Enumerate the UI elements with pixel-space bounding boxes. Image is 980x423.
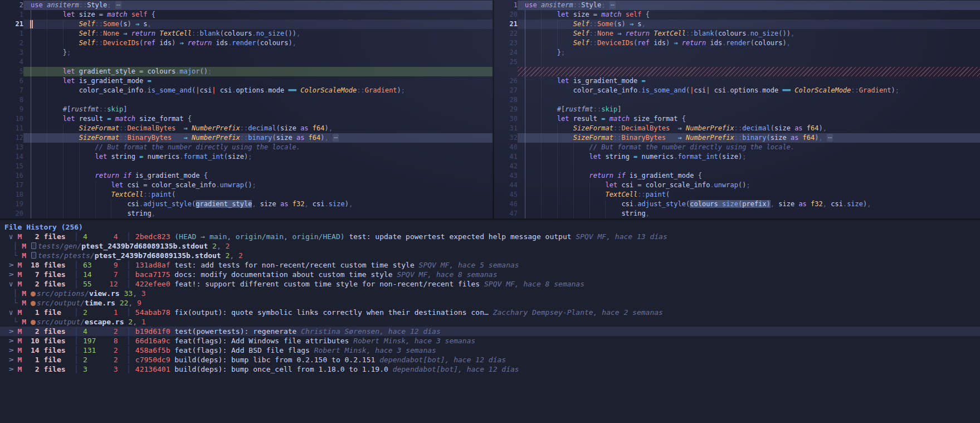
- text-segment: [642, 11, 646, 18]
- commit-row[interactable]: ∨ M 10 files │ 197 8 │ 66d16a9c feat(fla…: [0, 336, 980, 346]
- commit-row[interactable]: ∨ M 14 files │ 131 2 │ 458a6f5b feat(fla…: [0, 346, 980, 355]
- code-line[interactable]: 46 csi.adjust_style(colours.size(prefix)…: [494, 200, 980, 209]
- text-segment: rustfmt: [565, 105, 593, 113]
- code-line[interactable]: 31 SizeFormat::DecimalBytes ⇒ NumberPref…: [494, 124, 980, 133]
- code-line[interactable]: 26 let is_gradient_mode =: [494, 76, 980, 86]
- file-row[interactable]: └ M src/output/time.rs 22, 9: [0, 298, 980, 308]
- code-line[interactable]: 29 #[rustfmt::skip]: [494, 105, 980, 114]
- text-segment: [22, 232, 31, 241]
- code-line[interactable]: 1use ansiterm::Style; ⋯: [494, 1, 980, 10]
- commit-row[interactable]: ∨ M 2 files │ 4 4 │ 2bedc823 (HEAD → mai…: [0, 232, 980, 241]
- collapse-icon[interactable]: ∨: [9, 280, 13, 288]
- text-segment: [823, 134, 827, 142]
- code-line[interactable]: 40 // But format the number directly usi…: [494, 143, 980, 152]
- code-line[interactable]: 22 Self::None ⇒ return TextCell::blank(c…: [494, 29, 980, 38]
- code-line[interactable]: 20 string,: [0, 209, 493, 218]
- line-number: 17: [0, 181, 23, 190]
- expand-icon[interactable]: ∨: [6, 263, 16, 268]
- commit-row[interactable]: ∨ M 1 file │ 2 1 │ 54abab78 fix(output):…: [0, 308, 980, 317]
- code-line[interactable]: 45 TextCell::paint(: [494, 190, 980, 200]
- text-segment: None: [597, 30, 613, 37]
- code-line[interactable]: 24 };: [494, 48, 980, 57]
- collapse-icon[interactable]: ∨: [9, 232, 13, 241]
- commit-row[interactable]: ∨ M 7 files │ 14 7 │ baca7175 docs: modi…: [0, 270, 980, 279]
- line-number: 19: [0, 200, 23, 209]
- text-segment: │: [74, 270, 79, 279]
- text-segment: ⇒: [184, 124, 188, 132]
- code-line[interactable]: 21 Self::Some(s) ⇒ s,: [0, 20, 493, 29]
- code-line[interactable]: 17 let csi = color_scale_info.unwrap();: [0, 181, 493, 190]
- collapse-icon[interactable]: ∨: [9, 308, 13, 317]
- expand-icon[interactable]: ∨: [6, 273, 16, 277]
- code-line[interactable]: 44 let csi = color_scale_info.unwrap();: [494, 181, 980, 190]
- text-segment: color_scale_info: [642, 181, 710, 189]
- code-line[interactable]: 28: [494, 95, 980, 105]
- expand-icon[interactable]: ∨: [6, 348, 16, 353]
- line-number: 30: [494, 114, 518, 124]
- code-line[interactable]: 2use ansiterm::Style; ⋯: [0, 1, 493, 10]
- code-line[interactable]: 14 let string = numerics.format_int(size…: [0, 152, 493, 162]
- code-line[interactable]: 11 SizeFormat::DecimalBytes ⇒ NumberPref…: [0, 124, 493, 133]
- text-segment: size: [256, 200, 280, 208]
- old-version-pane[interactable]: 2use ansiterm::Style; ⋯1 let size = matc…: [0, 0, 493, 218]
- code-line[interactable]: 47 string,: [494, 209, 980, 218]
- text-segment: .: [637, 86, 641, 94]
- code-line[interactable]: 7 color_scale_info.is_some_and(|csi| csi…: [0, 86, 493, 95]
- code-line[interactable]: 12 SizeFormat::BinaryBytes ⇒ NumberPrefi…: [0, 133, 493, 143]
- code-line[interactable]: 8: [0, 95, 493, 105]
- text-segment: │: [74, 356, 79, 364]
- text-segment: [118, 346, 127, 354]
- code-line[interactable]: 4: [0, 57, 493, 67]
- code-line[interactable]: 20 let size = match self {: [494, 10, 980, 20]
- code-line[interactable]: [494, 67, 980, 76]
- code-line[interactable]: 10 let result = match size_format {: [0, 114, 493, 124]
- text-segment: [118, 327, 127, 336]
- code-line[interactable]: 23 Self::DeviceIDs(ref ids) ⇒ return ids…: [494, 38, 980, 48]
- code-line[interactable]: 5 let gradient_style = colours.major();: [0, 67, 493, 76]
- text-segment: │: [74, 327, 79, 336]
- code-line[interactable]: 2 Self::DeviceIDs(ref ids) ⇒ return ids.…: [0, 38, 493, 48]
- commit-row[interactable]: ∨ M 1 file │ 2 2 │ c7950dc9 build(deps):…: [0, 355, 980, 364]
- commit-row[interactable]: ∨ M 2 files │ 55 12 │ 422efee0 feat!: su…: [0, 279, 980, 289]
- code-line[interactable]: 1 Self::None ⇒ return TextCell::blank(co…: [0, 29, 493, 38]
- text-segment: (): [738, 181, 746, 189]
- file-row[interactable]: └ M tests/ptests/ptest_2439b7d68089135b.…: [0, 251, 980, 260]
- text-segment: #[: [63, 105, 71, 113]
- commit-row[interactable]: ∨ M 18 files │ 63 9 │ 131ad8af test: add…: [0, 260, 980, 270]
- code-line[interactable]: 32 SizeFormat::BinaryBytes ⇒ NumberPrefi…: [494, 133, 980, 143]
- code-line[interactable]: 25: [494, 57, 980, 67]
- file-row[interactable]: │ M tests/gen/ptest_2439b7d68089135b.std…: [0, 241, 980, 251]
- file-row[interactable]: └ M src/output/escape.rs 2, 1: [0, 317, 980, 327]
- code-line[interactable]: 1 let size = match self {: [0, 10, 493, 20]
- text-segment: 7: [114, 270, 118, 279]
- code-line[interactable]: 6 let is_gradient_mode =: [0, 76, 493, 86]
- line-content: csi.adjust_style(gradient_style, size as…: [23, 200, 493, 209]
- code-line[interactable]: 30 let result = match size_format {: [494, 114, 980, 124]
- code-line[interactable]: 41 let string = numerics.format_int(size…: [494, 152, 980, 162]
- code-line[interactable]: 27 color_scale_info.is_some_and(|csi| cs…: [494, 86, 980, 95]
- expand-icon[interactable]: ∨: [6, 358, 16, 362]
- line-number: 9: [0, 105, 23, 114]
- code-line[interactable]: 9 #[rustfmt::skip]: [0, 105, 493, 114]
- text-segment: fix(output): quote symbolic links correc…: [174, 308, 489, 317]
- commit-row[interactable]: ∨ M 2 files │ 3 3 │ 42136401 build(deps)…: [0, 364, 980, 374]
- text-segment: 2: [128, 318, 133, 326]
- new-version-pane[interactable]: 1use ansiterm::Style; ⋯20 let size = mat…: [494, 0, 980, 218]
- file-row[interactable]: │ M src/options/view.rs 33, 3: [0, 289, 980, 298]
- line-content: SizeFormat::DecimalBytes ⇒ NumberPrefix:…: [518, 124, 980, 133]
- code-line[interactable]: 19 csi.adjust_style(gradient_style, size…: [0, 200, 493, 209]
- code-line[interactable]: 43 return if is_gradient_mode {: [494, 171, 980, 181]
- code-line[interactable]: 18 TextCell::paint(: [0, 190, 493, 200]
- commit-row[interactable]: ∨ M 2 files │ 4 2 │ b19d61f0 test(powert…: [0, 327, 980, 336]
- expand-icon[interactable]: ∨: [6, 367, 16, 372]
- code-line[interactable]: 16 return if is_gradient_mode {: [0, 171, 493, 181]
- expand-icon[interactable]: ∨: [6, 329, 16, 334]
- code-line[interactable]: 15: [0, 162, 493, 171]
- code-line[interactable]: 13 // But format the number directly usi…: [0, 143, 493, 152]
- code-line[interactable]: 42: [494, 162, 980, 171]
- expand-icon[interactable]: ∨: [6, 339, 16, 343]
- code-line[interactable]: 3 };: [0, 48, 493, 57]
- text-segment: ⇒: [184, 134, 188, 142]
- code-line[interactable]: 21 Self::Some(s) ⇒ s,: [494, 20, 980, 29]
- line-number: 2: [0, 38, 23, 48]
